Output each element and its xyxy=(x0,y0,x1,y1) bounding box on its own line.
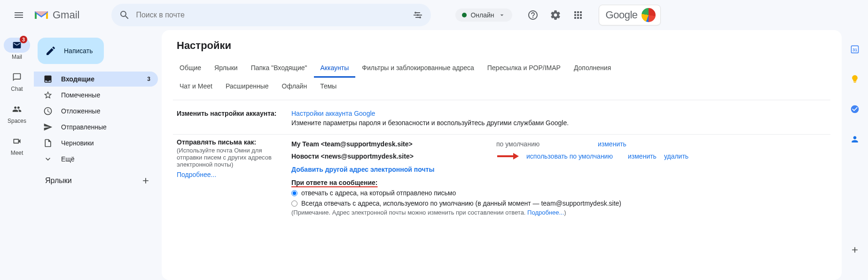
nav-inbox[interactable]: Входящие 3 xyxy=(34,72,158,87)
rail-meet-label: Meet xyxy=(11,150,23,156)
main-menu-button[interactable] xyxy=(8,4,30,26)
nav-drafts[interactable]: Черновики xyxy=(34,136,158,151)
tab-пересылка-и-pop-imap[interactable]: Пересылка и POP/IMAP xyxy=(481,59,567,78)
help-icon xyxy=(527,9,539,21)
reply-from-same-radio[interactable] xyxy=(291,190,297,196)
keep-icon xyxy=(850,74,860,84)
send-as-identity: My Team <team@supportmydesk.site> xyxy=(291,140,489,148)
send-as-sub: (Используйте почта Омни для отправки пис… xyxy=(177,147,280,168)
clock-icon xyxy=(43,106,53,116)
rail-chat[interactable]: Chat xyxy=(4,70,30,92)
delete-address-link[interactable]: удалить xyxy=(664,152,688,160)
status-text: Онлайн xyxy=(470,11,494,19)
draft-icon xyxy=(43,138,53,148)
chat-icon xyxy=(12,72,22,82)
nav-drafts-label: Черновики xyxy=(61,139,94,147)
tab-чат-и-meet[interactable]: Чат и Meet xyxy=(173,78,219,96)
search-input[interactable] xyxy=(136,11,407,19)
side-calendar[interactable]: 31 xyxy=(845,40,864,58)
send-as-identity: Новости <news@supportmydesk.site> xyxy=(291,152,489,160)
star-icon xyxy=(43,90,53,100)
reply-opt1-label: отвечать с адреса, на который отправлено… xyxy=(301,189,456,197)
rail-mail[interactable]: 3 Mail xyxy=(4,38,30,60)
reply-from-default-radio[interactable] xyxy=(291,200,297,207)
tab-расширенные[interactable]: Расширенные xyxy=(219,78,275,96)
labels-header: Ярлыки xyxy=(34,172,158,189)
plus-icon[interactable] xyxy=(141,176,150,185)
nav-sent[interactable]: Отправленные xyxy=(34,120,158,135)
chevron-down-icon xyxy=(498,11,506,19)
svg-point-2 xyxy=(417,14,419,16)
support-button[interactable] xyxy=(524,6,542,24)
side-contacts[interactable] xyxy=(845,130,864,149)
reply-opt2-label: Всегда отвечать с адреса, используемого … xyxy=(301,200,621,207)
plus-icon xyxy=(850,245,860,255)
contacts-icon xyxy=(850,135,860,144)
edit-address-link[interactable]: изменить xyxy=(628,152,657,160)
google-logo-text: Google xyxy=(606,9,638,21)
svg-point-1 xyxy=(419,16,421,18)
tab-папка-входящие-[interactable]: Папка "Входящие" xyxy=(244,59,314,78)
default-indicator: по умолчанию xyxy=(496,140,590,148)
search-icon xyxy=(119,9,130,21)
hamburger-icon xyxy=(13,9,24,21)
pencil-icon xyxy=(45,45,56,56)
user-avatar xyxy=(641,8,656,22)
tasks-icon xyxy=(850,104,860,114)
reply-note-link[interactable]: Подробнее... xyxy=(527,209,564,216)
send-icon xyxy=(43,122,53,132)
spaces-icon xyxy=(12,104,22,114)
rail-spaces-label: Spaces xyxy=(8,118,26,124)
send-as-learn-more[interactable]: Подробнее... xyxy=(177,171,280,178)
settings-button[interactable] xyxy=(546,6,565,24)
svg-point-0 xyxy=(414,12,416,14)
side-keep[interactable] xyxy=(845,70,864,88)
inbox-icon xyxy=(43,74,53,84)
tab-ярлыки[interactable]: Ярлыки xyxy=(208,59,244,78)
gmail-logo[interactable]: Gmail xyxy=(34,9,79,21)
tab-общие[interactable]: Общие xyxy=(173,59,208,78)
send-as-row: My Team <team@supportmydesk.site>по умол… xyxy=(291,138,827,150)
nav-starred[interactable]: Помеченные xyxy=(34,88,158,103)
account-settings-desc: Измените параметры пароля и безопасности… xyxy=(291,119,827,127)
nav-starred-label: Помеченные xyxy=(61,91,100,99)
side-tasks[interactable] xyxy=(845,100,864,119)
svg-text:31: 31 xyxy=(852,48,857,52)
nav-more[interactable]: Ещё xyxy=(34,152,158,167)
apps-grid-icon xyxy=(572,9,584,21)
nav-sent-label: Отправленные xyxy=(61,123,107,131)
edit-address-link[interactable]: изменить xyxy=(598,140,626,148)
page-title: Настройки xyxy=(177,40,830,52)
tab-аккаунты[interactable]: Аккаунты xyxy=(314,59,356,78)
google-account-badge[interactable]: Google xyxy=(599,5,661,25)
labels-header-text: Ярлыки xyxy=(45,176,72,185)
google-account-settings-link[interactable]: Настройки аккаунта Google xyxy=(291,110,375,117)
reply-note: (Примечание. Адрес электронной почты мож… xyxy=(291,209,827,216)
tab-дополнения[interactable]: Дополнения xyxy=(567,59,618,78)
add-another-address-link[interactable]: Добавить другой адрес электронной почты xyxy=(291,166,827,173)
rail-spaces[interactable]: Spaces xyxy=(4,102,30,124)
nav-inbox-count: 3 xyxy=(147,76,150,82)
status-dot-icon xyxy=(462,13,467,17)
gmail-text: Gmail xyxy=(53,9,79,21)
gear-icon xyxy=(550,9,561,21)
rail-meet[interactable]: Meet xyxy=(4,134,30,156)
side-add-apps[interactable] xyxy=(845,240,864,259)
tab-темы[interactable]: Темы xyxy=(313,78,343,96)
tab-офлайн[interactable]: Офлайн xyxy=(275,78,314,96)
compose-button[interactable]: Написать xyxy=(38,38,104,64)
tab-фильтры-и-заблокированные-адреса[interactable]: Фильтры и заблокированные адреса xyxy=(355,59,481,78)
nav-inbox-label: Входящие xyxy=(61,75,94,83)
account-settings-label: Изменить настройки аккаунта: xyxy=(177,110,280,127)
search-options-icon[interactable] xyxy=(412,9,423,21)
rail-mail-badge: 3 xyxy=(20,36,27,43)
apps-button[interactable] xyxy=(569,6,587,24)
svg-marker-4 xyxy=(513,153,519,160)
reply-heading: При ответе на сообщение: xyxy=(291,179,378,186)
status-chip[interactable]: Онлайн xyxy=(455,8,512,22)
search-bar[interactable] xyxy=(111,4,431,26)
make-default-link[interactable]: использовать по умолчанию xyxy=(526,152,620,160)
nav-snoozed[interactable]: Отложенные xyxy=(34,104,158,119)
nav-more-label: Ещё xyxy=(61,155,75,163)
divider xyxy=(173,100,830,100)
